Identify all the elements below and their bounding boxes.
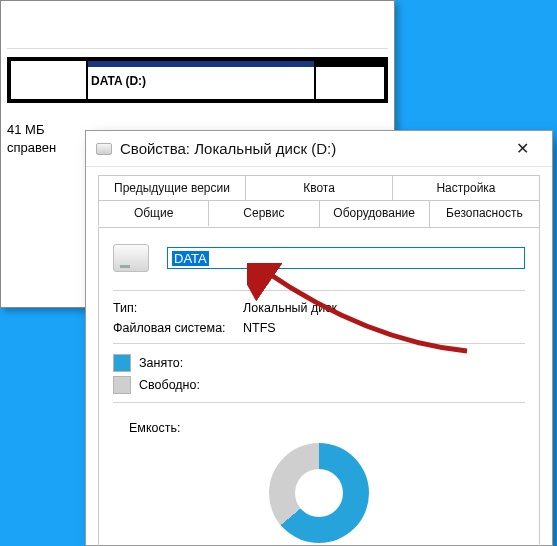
tab-body-general: DATA Тип: Локальный диск Файловая систем… bbox=[98, 227, 540, 546]
usage-donut-icon bbox=[269, 443, 369, 543]
tab-general[interactable]: Общие bbox=[98, 200, 209, 227]
volume-name-text: DATA bbox=[172, 251, 209, 266]
bg-toolbar bbox=[7, 5, 388, 49]
partition-left[interactable] bbox=[11, 61, 86, 99]
legend-used-swatch bbox=[113, 354, 131, 372]
filesystem-value: NTFS bbox=[243, 321, 276, 335]
tab-security[interactable]: Безопасность bbox=[430, 200, 540, 227]
partition-right[interactable] bbox=[316, 61, 384, 99]
tab-tools[interactable]: Сервис bbox=[209, 200, 319, 227]
tab-quota[interactable]: Квота bbox=[246, 175, 393, 200]
tab-previous-versions[interactable]: Предыдущие версии bbox=[98, 175, 246, 200]
separator bbox=[113, 290, 525, 291]
tabbar: Предыдущие версии Квота Настройка Общие … bbox=[86, 167, 552, 227]
partition-strip: DATA (D:) bbox=[7, 57, 388, 103]
legend-used-label: Занято: bbox=[139, 356, 183, 370]
tab-hardware[interactable]: Оборудование bbox=[320, 200, 430, 227]
filesystem-label: Файловая система: bbox=[113, 321, 243, 335]
properties-dialog: Свойства: Локальный диск (D:) ✕ Предыдущ… bbox=[85, 130, 553, 546]
type-value: Локальный диск bbox=[243, 301, 337, 315]
partition-data[interactable]: DATA (D:) bbox=[88, 61, 314, 99]
close-button[interactable]: ✕ bbox=[502, 139, 542, 158]
tab-customize[interactable]: Настройка bbox=[393, 175, 540, 200]
capacity-label: Емкость: bbox=[129, 421, 525, 435]
legend-free-label: Свободно: bbox=[139, 378, 200, 392]
legend-free-swatch bbox=[113, 376, 131, 394]
separator bbox=[113, 402, 525, 403]
separator bbox=[113, 343, 525, 344]
drive-large-icon bbox=[113, 244, 149, 272]
partition-label: DATA (D:) bbox=[91, 74, 146, 88]
type-label: Тип: bbox=[113, 301, 243, 315]
titlebar[interactable]: Свойства: Локальный диск (D:) ✕ bbox=[86, 131, 552, 167]
drive-icon bbox=[96, 143, 112, 155]
window-title: Свойства: Локальный диск (D:) bbox=[120, 140, 502, 157]
usage-chart bbox=[113, 443, 525, 543]
volume-name-input[interactable]: DATA bbox=[167, 247, 525, 269]
